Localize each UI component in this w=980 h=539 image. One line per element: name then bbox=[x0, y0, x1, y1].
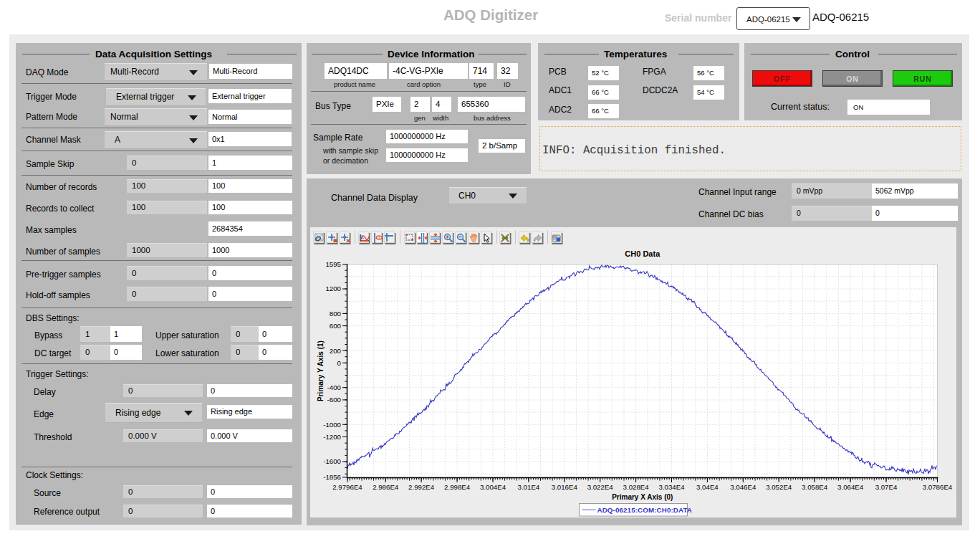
svg-text:2.986E4: 2.986E4 bbox=[373, 483, 399, 491]
svg-text:3.022E4: 3.022E4 bbox=[587, 483, 614, 491]
svg-text:-1000: -1000 bbox=[323, 421, 341, 429]
svg-text:1595: 1595 bbox=[325, 260, 341, 268]
svg-text:3.01E4: 3.01E4 bbox=[518, 483, 540, 491]
svg-text:-400: -400 bbox=[327, 383, 342, 391]
svg-text:600: 600 bbox=[330, 322, 342, 330]
svg-text:-1856: -1856 bbox=[323, 473, 341, 481]
svg-text:3.016E4: 3.016E4 bbox=[552, 483, 578, 491]
svg-text:Primary X Axis (0): Primary X Axis (0) bbox=[612, 493, 673, 501]
svg-text:1200: 1200 bbox=[325, 285, 341, 292]
svg-text:3.046E4: 3.046E4 bbox=[730, 483, 756, 491]
svg-text:-1200: -1200 bbox=[323, 433, 341, 441]
svg-text:3.064E4: 3.064E4 bbox=[837, 483, 864, 491]
svg-text:3.04E4: 3.04E4 bbox=[696, 483, 719, 491]
svg-text:Primary Y Axis (1): Primary Y Axis (1) bbox=[317, 340, 325, 401]
svg-text:3.004E4: 3.004E4 bbox=[480, 483, 506, 491]
svg-text:3.058E4: 3.058E4 bbox=[802, 483, 828, 491]
svg-text:3.028E4: 3.028E4 bbox=[623, 483, 650, 491]
svg-text:-600: -600 bbox=[327, 396, 342, 404]
svg-text:-1600: -1600 bbox=[323, 457, 341, 465]
svg-text:2.992E4: 2.992E4 bbox=[408, 483, 435, 491]
svg-text:0: 0 bbox=[337, 359, 342, 367]
svg-text:200: 200 bbox=[330, 347, 342, 355]
svg-text:800: 800 bbox=[330, 310, 342, 318]
svg-text:3.0786E4: 3.0786E4 bbox=[923, 483, 953, 491]
svg-text:ADQ-06215:COM:CH0:DATA: ADQ-06215:COM:CH0:DATA bbox=[597, 506, 692, 514]
svg-text:3.07E4: 3.07E4 bbox=[875, 483, 898, 491]
svg-text:3.034E4: 3.034E4 bbox=[658, 483, 685, 491]
svg-text:CH0 Data: CH0 Data bbox=[625, 249, 660, 258]
svg-text:2.998E4: 2.998E4 bbox=[444, 483, 471, 491]
svg-text:2.9796E4: 2.9796E4 bbox=[332, 483, 362, 491]
svg-text:3.052E4: 3.052E4 bbox=[766, 483, 792, 491]
